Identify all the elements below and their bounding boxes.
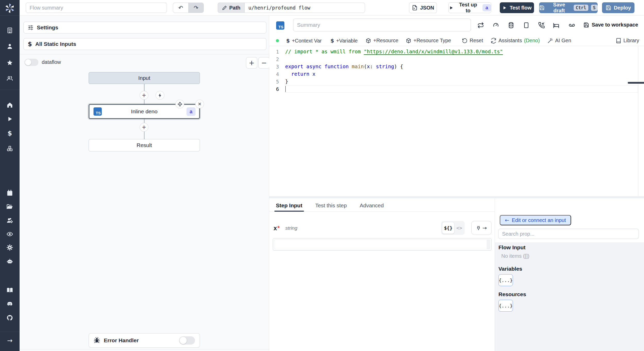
code-line[interactable]: 2 (269, 55, 638, 63)
delete-step-button[interactable]: ✕ (195, 100, 204, 108)
sidebar-divider (0, 15, 20, 16)
resources-object-button[interactable]: {...} (498, 300, 513, 312)
workspace-building-icon[interactable] (6, 27, 13, 34)
deploy-label: Deploy (614, 5, 631, 11)
editor-scrollbar-handle[interactable] (628, 82, 644, 84)
undo-button[interactable]: ↶ (173, 3, 188, 13)
dataflow-toggle[interactable] (24, 59, 38, 66)
path-input[interactable] (244, 3, 365, 13)
settings-gear-icon[interactable] (6, 244, 13, 251)
concurrency-gauge-icon[interactable] (493, 22, 499, 29)
bot-icon[interactable] (6, 258, 13, 265)
variables-dollar-icon[interactable]: $ (6, 130, 13, 137)
add-step-button[interactable]: + (140, 91, 148, 100)
windmill-logo[interactable] (5, 3, 15, 13)
flow-input-node[interactable]: Input (89, 72, 200, 84)
assistants-button[interactable]: Assistants(Deno) (491, 38, 540, 44)
redo-button[interactable]: ↷ (188, 3, 204, 13)
docs-book-icon[interactable] (6, 287, 13, 294)
step-input-value-editor[interactable] (273, 238, 492, 251)
tab-advanced[interactable]: Advanced (360, 199, 384, 211)
ai-gen-button[interactable]: AI Gen (547, 38, 571, 44)
audit-eye-icon[interactable] (6, 231, 13, 237)
horizontal-splitter[interactable] (269, 196, 644, 198)
runs-play-icon[interactable] (6, 116, 13, 122)
package-icon (366, 38, 371, 44)
all-static-inputs-button[interactable]: $ All Static Inputs (23, 38, 266, 50)
rotate-ccw-icon (462, 38, 468, 44)
package-icon (406, 38, 411, 44)
add-resource-type-button[interactable]: +Resource Type (406, 38, 451, 44)
kbd-ctrl: Ctrl (574, 5, 588, 11)
deploy-button[interactable]: Deploy (602, 2, 634, 13)
reset-button[interactable]: Reset (462, 38, 483, 44)
tab-test-this-step[interactable]: Test this step (315, 199, 347, 211)
add-step-button[interactable]: + (140, 123, 148, 132)
code-line[interactable]: 3export async function main(x: string) { (269, 63, 638, 70)
test-flow-label: Test flow (510, 5, 531, 11)
save-draft-button[interactable]: Save draft Ctrl S (539, 2, 598, 13)
code-line[interactable]: 6 (269, 85, 638, 93)
text-cursor (285, 86, 286, 92)
test-up-to-button[interactable]: Test up to a (448, 2, 491, 13)
discord-icon[interactable] (6, 301, 13, 307)
wand-icon (547, 38, 553, 44)
retry-repeat-icon[interactable] (477, 22, 484, 29)
connect-input-plug-button[interactable]: → (471, 221, 492, 235)
window-rect-icon[interactable] (523, 22, 530, 29)
save-to-workspace-button[interactable]: Save to workspace (583, 22, 638, 28)
phone-incoming-icon[interactable] (538, 22, 545, 29)
error-handler-box[interactable]: Error Handler (89, 333, 200, 348)
tab-step-input[interactable]: Step Input (276, 199, 302, 211)
voicemail-icon[interactable] (569, 22, 575, 29)
sidebar-divider (0, 332, 20, 332)
dollar-icon: $ (286, 38, 290, 44)
flow-result-node[interactable]: Result (89, 139, 200, 151)
code-lines[interactable]: 1// import * as wmill from "https://deno… (269, 48, 638, 93)
add-variable-button[interactable]: $+Variable (331, 38, 358, 44)
trigger-bolt-button[interactable] (156, 91, 164, 100)
book-icon (616, 38, 621, 44)
save-draft-label: Save draft (547, 2, 571, 14)
folders-icon[interactable] (6, 203, 13, 210)
summary-input[interactable] (293, 19, 471, 31)
zoom-out-button[interactable]: − (258, 57, 270, 69)
variables-object-button[interactable]: {...} (498, 274, 513, 286)
zoom-in-button[interactable]: + (246, 57, 257, 69)
schedules-calendar-icon[interactable] (6, 190, 13, 196)
add-resource-button[interactable]: +Resource (366, 38, 398, 44)
path-edit-button[interactable]: Path (218, 3, 244, 13)
code-line[interactable]: 5} (269, 78, 638, 85)
json-button[interactable]: JSON (409, 2, 437, 13)
lsp-status-dot (276, 39, 279, 42)
mini-editor-scrollbar[interactable] (487, 240, 490, 249)
user-icon[interactable] (6, 43, 13, 50)
code-line[interactable]: 4 return x (269, 70, 638, 78)
expr-mode-button[interactable]: ${} (442, 222, 454, 234)
edit-or-connect-input-button[interactable]: ← Edit or connect an input (500, 215, 571, 225)
resources-boxes-icon[interactable] (6, 145, 13, 152)
flow-summary-input[interactable] (26, 3, 167, 13)
code-mode-button[interactable]: <> (455, 225, 464, 231)
expand-sidebar-arrow-icon[interactable]: → (6, 337, 13, 344)
worker-groups-users-cog-icon[interactable] (6, 217, 13, 224)
cache-database-icon[interactable] (508, 22, 514, 29)
error-handler-toggle[interactable] (179, 336, 195, 345)
error-handler-label: Error Handler (104, 337, 175, 344)
sleep-bed-icon[interactable] (553, 22, 560, 29)
path-group: Path (218, 3, 365, 13)
library-button[interactable]: Library (616, 38, 639, 44)
edit-or-connect-label: Edit or connect an input (512, 217, 566, 223)
add-context-var-button[interactable]: $+Context Var (286, 38, 322, 44)
users-icon[interactable] (6, 75, 13, 82)
home-icon[interactable] (6, 102, 13, 108)
star-icon[interactable] (6, 59, 13, 66)
search-prop-input[interactable] (498, 229, 639, 239)
flow-panel: Settings $ All Static Inputs dataflow + … (20, 15, 269, 351)
flow-settings-button[interactable]: Settings (23, 22, 266, 33)
code-line[interactable]: 1// import * as wmill from "https://deno… (269, 48, 638, 55)
github-icon[interactable] (6, 314, 13, 321)
test-flow-button[interactable]: Test flow (500, 2, 534, 13)
move-step-button[interactable] (175, 100, 184, 108)
editor-panel: TS Save to workspace $+Context Var $+Var… (269, 15, 644, 351)
